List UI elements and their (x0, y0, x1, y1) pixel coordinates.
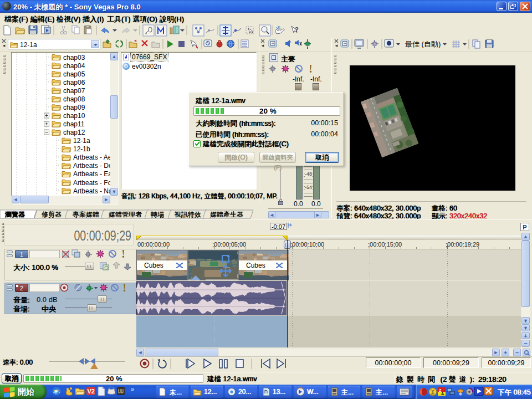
svg-text:chap09: chap09 (63, 104, 85, 111)
svg-text:?: ? (295, 26, 299, 33)
svg-text:瀏覽器: 瀏覽器 (4, 211, 25, 218)
svg-text:e: e (54, 388, 58, 395)
svg-text:»: » (131, 386, 134, 392)
svg-text:Cubes: Cubes (246, 262, 265, 269)
svg-text:chap08: chap08 (63, 95, 85, 103)
svg-text:Cubes: Cubes (144, 262, 163, 269)
svg-text:Artbeats - Aeria: Artbeats - Aeria (73, 154, 110, 161)
svg-text:媒體產生器: 媒體產生器 (210, 211, 243, 218)
svg-text:媒體管理者: 媒體管理者 (109, 211, 142, 218)
svg-text:chap07: chap07 (63, 87, 85, 95)
svg-text:轉場: 轉場 (151, 211, 164, 218)
svg-text:Artbeats - Dolp: Artbeats - Dolp (73, 162, 110, 170)
svg-text:chap04: chap04 (63, 62, 85, 70)
svg-text:chap06: chap06 (63, 79, 85, 86)
svg-text:V2: V2 (88, 388, 95, 395)
svg-text:12-1b: 12-1b (73, 145, 90, 153)
svg-text:chap10: chap10 (63, 112, 85, 120)
svg-text:12-1a: 12-1a (73, 137, 90, 145)
svg-text:chap03: chap03 (63, 54, 85, 62)
svg-text:Artbeats - Natu: Artbeats - Natu (73, 187, 110, 195)
svg-text:Artbeats - Earth: Artbeats - Earth (73, 170, 110, 178)
svg-text:最佳 (自動): 最佳 (自動) (405, 40, 441, 48)
svg-text:chap12: chap12 (63, 129, 85, 136)
svg-text:Artbeats - Food: Artbeats - Food (73, 179, 110, 187)
svg-text:A: A (441, 392, 444, 396)
svg-text:專案媒體: 專案媒體 (73, 211, 99, 218)
svg-text:chap05: chap05 (63, 70, 85, 78)
svg-text:修剪器: 修剪器 (42, 211, 62, 218)
svg-text:chap11: chap11 (63, 120, 85, 128)
svg-text:視訊特效: 視訊特效 (174, 211, 201, 218)
